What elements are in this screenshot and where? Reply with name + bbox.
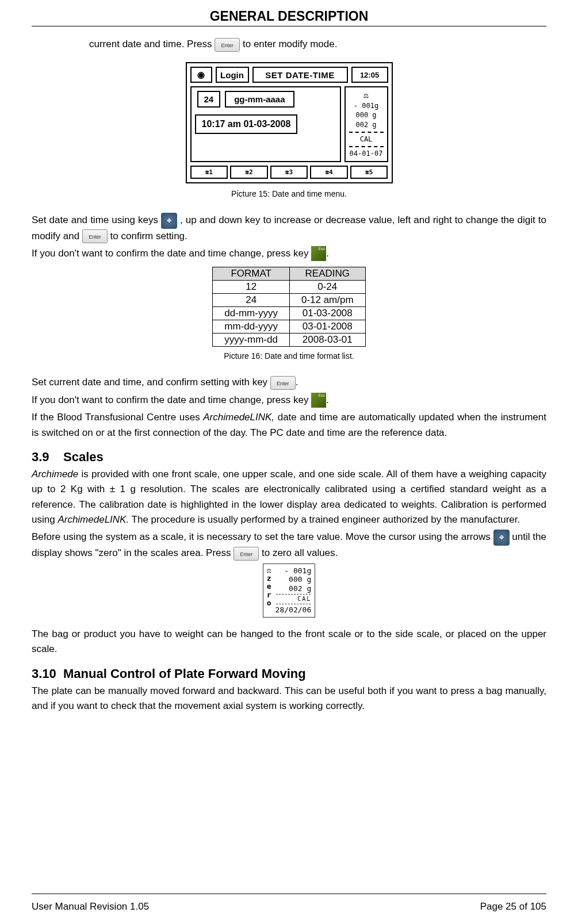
paragraph-cancel-1: If you don't want to confirm the date an…: [32, 246, 546, 262]
intro-text-before: current date and time. Press: [89, 39, 215, 49]
figure-15: ◉ Login SET DATE-TIME 12:05 24 gg-mm-aaa…: [32, 62, 546, 183]
datetime-field: 10:17 am 01-03-2008: [195, 114, 298, 134]
enter-key-icon: Enter: [82, 229, 108, 243]
section-3-9-heading: 3.9Scales: [32, 450, 546, 465]
main-panel: 24 gg-mm-aaaa 10:17 am 01-03-2008: [190, 86, 341, 162]
date-format-box: gg-mm-aaaa: [225, 91, 294, 108]
scale-readings: - 001g 000 g 002 g CAL 28/02/06: [275, 566, 312, 615]
page-footer: User Manual Revision 1.05 Page 25 of 105: [32, 894, 546, 913]
scales-paragraph-2: Before using the system as a scale, it i…: [32, 530, 546, 561]
arrows-key-icon: ✥: [493, 530, 510, 546]
footer-divider: [32, 894, 546, 894]
device-screen-mock: ◉ Login SET DATE-TIME 12:05 24 gg-mm-aaa…: [186, 62, 393, 183]
figure-16-caption: Picture 16: Date and time format list.: [32, 351, 546, 361]
scale-figure: ⚖zero - 001g 000 g 002 g CAL 28/02/06: [32, 563, 546, 618]
table-row: yyyy-mm-dd2008-03-01: [213, 333, 365, 347]
bag-placement-paragraph: The bag or product you have to weight ca…: [32, 627, 546, 657]
eye-icon: ◉: [190, 67, 212, 83]
weights-panel: ⚖ - 001g 000 g 002 g CAL 04-01-07: [344, 86, 388, 162]
section-number: 3.10: [32, 666, 63, 681]
weight-line-1: - 001g: [348, 101, 385, 111]
paragraph-archimede-link: If the Blood Transfusional Centre uses A…: [32, 410, 546, 440]
footer-page-number: Page 25 of 105: [480, 901, 546, 913]
fn-3: ☎3: [270, 166, 308, 179]
section-title: Scales: [63, 450, 104, 464]
header-divider: [32, 26, 546, 26]
fn-4: ☎4: [310, 166, 348, 179]
footer-revision: User Manual Revision 1.05: [32, 901, 149, 913]
fn-1: ☎1: [190, 166, 228, 179]
screen-title: SET DATE-TIME: [252, 67, 348, 83]
cal-label: CAL: [348, 135, 385, 144]
enter-key-icon: Enter: [234, 547, 259, 561]
cal-date: 04-01-07: [348, 149, 385, 159]
th-reading: READING: [289, 267, 365, 281]
weights-icon: ⚖: [348, 90, 385, 101]
table-row: 120-24: [213, 281, 365, 294]
value-24-box: 24: [197, 91, 221, 108]
scales-paragraph-1: Archimede is provided with one front sca…: [32, 467, 546, 527]
page-header-title: GENERAL DESCRIPTION: [32, 9, 546, 24]
weight-line-3: 002 g: [348, 120, 385, 130]
section-number: 3.9: [32, 450, 63, 465]
login-label: Login: [216, 67, 249, 83]
zero-label-vertical: ⚖zero: [267, 566, 272, 607]
esc-key-icon: Esc: [311, 393, 326, 408]
fn-2: ☎2: [230, 166, 268, 179]
function-keys-row: ☎1 ☎2 ☎3 ☎4 ☎5: [190, 166, 388, 179]
paragraph-cancel-2: If you don't want to confirm the date an…: [32, 393, 546, 408]
section-3-10-heading: 3.10Manual Control of Plate Forward Movi…: [32, 666, 546, 681]
paragraph-set-date: Set date and time using keys ✥ , up and …: [32, 213, 546, 244]
format-table: FORMAT READING 120-24 240-12 am/pm dd-mm…: [212, 267, 365, 347]
fn-5: ☎5: [350, 166, 388, 179]
figure-15-caption: Picture 15: Date and time menu.: [32, 189, 546, 198]
intro-paragraph: current date and time. Press Enter to en…: [32, 38, 546, 52]
section-title: Manual Control of Plate Forward Moving: [63, 666, 306, 681]
esc-key-icon: Esc: [311, 246, 326, 261]
intro-text-after: to enter modify mode.: [240, 39, 337, 49]
weight-line-2: 000 g: [348, 110, 385, 120]
manual-control-paragraph: The plate can be manually moved forward …: [32, 684, 546, 714]
clock-time: 12:05: [351, 67, 388, 83]
enter-key-icon: Enter: [215, 38, 240, 52]
table-row: dd-mm-yyyy01-03-2008: [213, 307, 365, 320]
enter-key-icon: Enter: [270, 376, 296, 390]
table-row: mm-dd-yyyy03-01-2008: [213, 320, 365, 333]
paragraph-confirm: Set current date and time, and confirm s…: [32, 375, 546, 390]
table-row: 240-12 am/pm: [213, 294, 365, 307]
arrows-key-icon: ✥: [161, 213, 177, 229]
th-format: FORMAT: [213, 267, 290, 281]
